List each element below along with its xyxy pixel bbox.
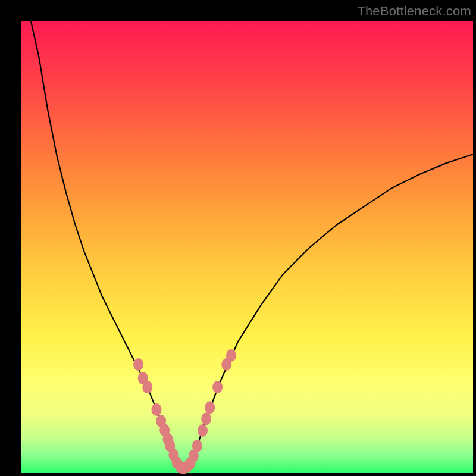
bead-marker [198,424,208,437]
bead-marker [133,358,143,371]
bead-marker [192,440,202,452]
plot-area [21,21,473,473]
bead-marker [152,403,162,416]
curve-layer [30,16,473,468]
chart-svg [21,21,473,473]
bead-layer [133,349,236,474]
bead-marker [201,412,211,425]
bead-marker [142,381,152,393]
bottleneck-curve [30,16,473,468]
bead-marker [212,381,223,393]
outer-frame: TheBottleneck.com [0,0,476,476]
bead-marker [205,401,215,414]
bead-marker [226,349,236,362]
watermark-text: TheBottleneck.com [357,4,471,19]
